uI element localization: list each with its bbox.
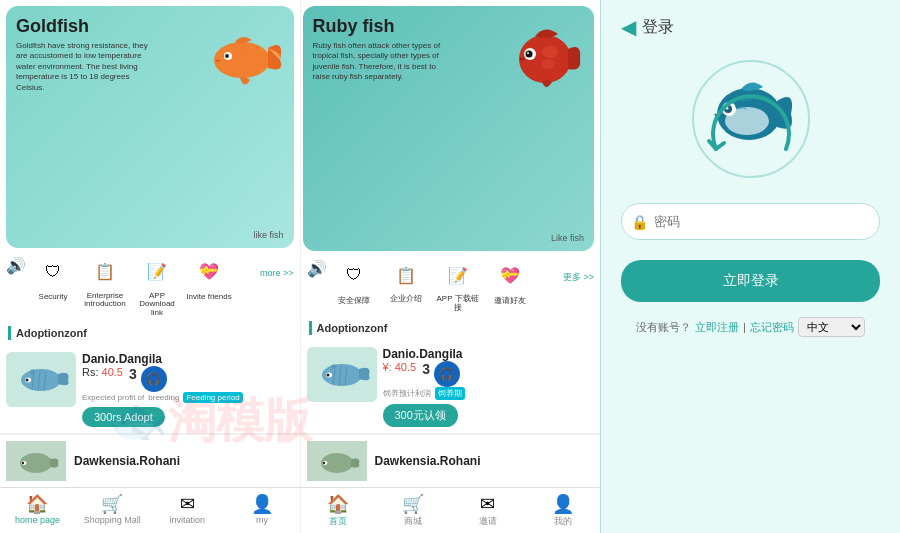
app-zh-label: APP 下载链接 [434,295,482,313]
danio-row-left: Rs: 40.5 3 🎧 [82,366,294,392]
nav-wode-zh[interactable]: 👤 我的 [525,488,600,533]
icon-app-zh[interactable]: 📝 APP 下载链接 [434,257,482,313]
lock-icon: 🔒 [631,214,648,230]
danio-num-right: 3 [422,361,430,377]
goldfish-card[interactable]: Goldfish Goldfish have strong resistance… [6,6,294,248]
invitation-label: invitation [169,515,205,525]
my-label: my [256,515,268,525]
security-zh-icon-box: 🛡 [336,257,372,293]
headset-right[interactable]: 🎧 [434,361,460,387]
goldfish-like: like fish [253,230,283,240]
danio-price-left: Rs: 40.5 [82,366,123,378]
col-left: Goldfish Goldfish have strong resistance… [0,0,301,487]
shopping-zh-label: 商城 [404,515,422,528]
icon-app-download[interactable]: 📝 APP Download link [133,254,181,318]
price-val-left: 40.5 [102,366,123,378]
desc1-left: Expected profit of [82,393,144,402]
fish-logo [691,59,811,179]
security-label: Security [39,292,68,301]
section-title-right: Adoptionzonf [317,322,388,334]
section-bar-right [309,321,312,335]
nav-my[interactable]: 👤 my [225,488,300,533]
section-header-right: Adoptionzonf [301,315,601,341]
desc1-right: 饲养预计利润 [383,388,431,399]
danio-info-left: Danio.Dangila Rs: 40.5 3 🎧 Expected prof… [82,352,294,427]
homepage-label: home page [15,515,60,525]
shopping-zh-icon: 🛒 [402,493,424,515]
next-fish-name-right: Dawkensia.Rohani [375,454,481,468]
bottom-nav-left: 🏠 home page 🛒 Shopping Mall ✉ invitation… [0,488,301,533]
speaker-icon-right: 🔊 [307,259,327,278]
icon-enterprise[interactable]: 📋 Enterprise introduction [81,254,129,318]
app-download-icon-box: 📝 [139,254,175,290]
fish-list-item-right[interactable]: Danio.Dangila ¥: 40.5 3 🎧 饲养预计利润 饲养期 300… [301,341,601,434]
goldfish-image [200,18,290,98]
wode-zh-label: 我的 [554,515,572,528]
danio-row-right: ¥: 40.5 3 🎧 [383,361,595,387]
password-field: 🔒 [621,203,880,240]
svg-point-17 [527,52,529,54]
icon-invite[interactable]: 💝 Invite friends [185,254,233,318]
price-val-right: 40.5 [395,361,416,373]
danio-thumb-right [307,347,377,402]
desc-row-right: 饲养预计利润 饲养期 [383,387,595,400]
login-button[interactable]: 立即登录 [621,260,880,302]
nav-invite-zh[interactable]: ✉ 邀请 [450,488,525,533]
invite-zh-icon: ✉ [480,493,495,515]
nav-shopping[interactable]: 🛒 Shopping Mall [75,488,150,533]
more-link-left[interactable]: more >> [260,254,294,278]
nav-homepage-zh[interactable]: 🏠 首页 [301,488,376,533]
separator: | [743,321,746,333]
section-bar-left [8,326,11,340]
invite-zh-label: 邀请好友 [494,295,526,306]
login-footer: 没有账号？ 立即注册 | 忘记密码 中文 English [636,317,865,337]
nav-homepage[interactable]: 🏠 home page [0,488,75,533]
rubyfish-like: Like fish [551,233,584,243]
login-title: 登录 [642,17,674,38]
desc-row-left: Expected profit of breeding Feeding peri… [82,392,294,403]
icon-section-left: 🔊 🛡 Security 📋 Enterprise introduction 📝… [0,248,300,320]
danio-price-right: ¥: 40.5 [383,361,417,373]
forgot-link[interactable]: 忘记密码 [750,320,794,335]
invite-label: Invite friends [186,292,231,301]
register-link[interactable]: 立即注册 [695,320,739,335]
rubyfish-card[interactable]: Ruby fish Ruby fish often attack other t… [303,6,595,251]
invitation-icon: ✉ [180,493,195,515]
icon-grid-right: 🛡 安全保障 📋 企业介绍 📝 APP 下载链接 💝 邀请好友 [330,257,563,313]
adopt-btn-right[interactable]: 300元认领 [383,404,458,427]
next-fish-name-left: Dawkensia.Rohani [74,454,180,468]
icon-invite-zh[interactable]: 💝 邀请好友 [486,257,534,313]
icon-enterprise-zh[interactable]: 📋 企业介绍 [382,257,430,313]
fish-list-item-left[interactable]: Danio.Dangila Rs: 40.5 3 🎧 Expected prof… [0,346,300,434]
language-select[interactable]: 中文 English [798,317,865,337]
enterprise-zh-label: 企业介绍 [390,295,422,304]
enterprise-icon-box: 📋 [87,254,123,290]
more-link-right[interactable]: 更多 >> [563,257,594,284]
headset-left[interactable]: 🎧 [141,366,167,392]
svg-point-16 [526,51,533,58]
homepage-icon: 🏠 [26,493,48,515]
next-fish-left[interactable]: Dawkensia.Rohani [0,434,300,487]
shopping-icon: 🛒 [101,493,123,515]
back-header: ◀ 登录 [621,15,880,39]
svg-point-2 [225,54,229,58]
icon-security[interactable]: 🛡 Security [29,254,77,318]
icon-security-zh[interactable]: 🛡 安全保障 [330,257,378,313]
danio-num-left: 3 [129,366,137,382]
nav-shopping-zh[interactable]: 🛒 商城 [375,488,450,533]
next-fish-right[interactable]: Dawkensia.Rohani [301,434,601,487]
nav-invitation[interactable]: ✉ invitation [150,488,225,533]
security-zh-label: 安全保障 [338,295,370,306]
svg-point-0 [214,42,270,78]
password-input[interactable] [621,203,880,240]
adopt-btn-left[interactable]: 300rs Adopt [82,407,165,427]
icon-grid-left: 🛡 Security 📋 Enterprise introduction 📝 A… [29,254,260,318]
danio-svg-left [6,352,76,407]
svg-point-19 [541,59,555,69]
back-arrow-icon[interactable]: ◀ [621,15,636,39]
app-download-label: APP Download link [133,292,181,318]
invite-icon-box: 💝 [191,254,227,290]
login-form: 🔒 立即登录 [621,203,880,302]
columns-area: Goldfish Goldfish have strong resistance… [0,0,600,487]
next-fish-row-right: Dawkensia.Rohani [307,441,595,481]
